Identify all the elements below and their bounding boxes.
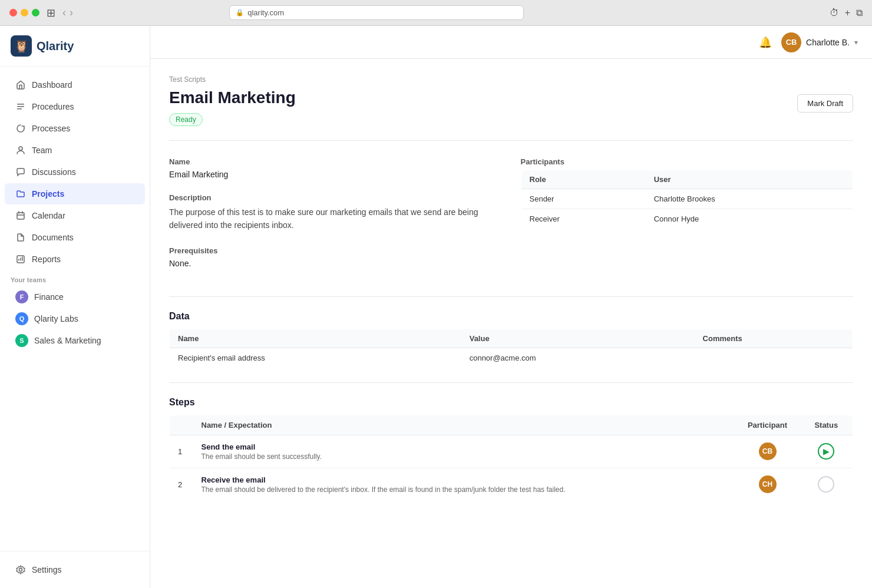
team-item-qlarity-labs[interactable]: Q Qlarity Labs: [5, 308, 145, 329]
svg-rect-1: [17, 106, 24, 107]
sidebar-nav: Dashboard Procedures Processes: [0, 67, 150, 551]
sidebar-item-projects[interactable]: Projects: [5, 183, 145, 204]
mark-draft-button[interactable]: Mark Draft: [797, 94, 853, 113]
your-teams-label: Your teams: [0, 270, 150, 286]
chevron-down-icon: ▾: [854, 38, 858, 47]
data-name-header: Name: [170, 329, 461, 348]
sidebar-item-team-label: Team: [32, 146, 52, 155]
team-item-finance[interactable]: F Finance: [5, 286, 145, 308]
address-bar[interactable]: 🔒 qlarity.com: [229, 5, 524, 20]
data-row-value: connor@acme.com: [461, 348, 695, 368]
step-2-expectation: The email should be delivered to the rec…: [202, 485, 727, 494]
data-row-name: Recipient's email address: [170, 348, 461, 368]
page-title: Email Marketing: [169, 88, 296, 107]
participants-section: Participants Role User Sender Charlotte …: [521, 157, 854, 282]
user-name: Charlotte B.: [806, 38, 850, 47]
back-arrow[interactable]: ‹: [62, 6, 66, 19]
prerequisites-label: Prerequisites: [169, 246, 502, 255]
table-row: 2 Receive the email The email should be …: [170, 468, 853, 501]
doc-icon: [15, 232, 26, 243]
steps-section: Steps Name / Expectation Participant Sta…: [169, 397, 853, 501]
table-row: Receiver Connor Hyde: [521, 209, 853, 229]
prerequisites-section: Prerequisites None.: [169, 246, 502, 268]
sidebar-item-procedures-label: Procedures: [32, 102, 74, 111]
table-row: Sender Charlotte Brookes: [521, 189, 853, 209]
sidebar-item-dashboard[interactable]: Dashboard: [5, 74, 145, 95]
sidebar-item-projects-label: Projects: [32, 189, 64, 199]
forward-arrow[interactable]: ›: [70, 6, 73, 19]
participants-table: Role User Sender Charlotte Brookes Recei…: [521, 170, 854, 229]
user-connor: Connor Hyde: [646, 209, 853, 229]
prerequisites-value: None.: [169, 259, 502, 268]
svg-rect-4: [17, 213, 24, 219]
sidebar-item-processes-label: Processes: [32, 124, 70, 133]
team-avatar-finance: F: [15, 290, 28, 303]
team-qlarity-labs-label: Qlarity Labs: [34, 314, 78, 323]
step-2-name: Receive the email: [202, 475, 727, 484]
data-comments-header: Comments: [695, 329, 853, 348]
status-badge: Ready: [169, 113, 203, 126]
step-1-status-icon[interactable]: ▶: [808, 443, 845, 460]
participants-role-header: Role: [521, 170, 646, 189]
data-table: Name Value Comments Recipient's email ad…: [169, 329, 853, 368]
content-grid: Name Email Marketing Description The pur…: [169, 157, 853, 282]
minimize-button[interactable]: [21, 9, 28, 16]
data-label: Data: [169, 311, 853, 322]
fullscreen-button[interactable]: [32, 9, 39, 16]
steps-participant-header: Participant: [735, 415, 800, 435]
url-text: qlarity.com: [247, 8, 284, 17]
step-2-status-icon[interactable]: [808, 476, 845, 493]
data-section: Data Name Value Comments Recipient's ema…: [169, 311, 853, 368]
table-row: Recipient's email address connor@acme.co…: [170, 348, 853, 368]
table-row: 1 Send the email The email should be sen…: [170, 435, 853, 468]
name-section: Name Email Marketing: [169, 157, 502, 179]
sidebar-item-procedures[interactable]: Procedures: [5, 96, 145, 117]
role-receiver: Receiver: [521, 209, 646, 229]
step-2-participant: CH: [735, 468, 800, 501]
name-value: Email Marketing: [169, 170, 502, 179]
sidebar-item-processes[interactable]: Processes: [5, 118, 145, 139]
step-1-participant: CB: [735, 435, 800, 468]
data-row-comments: [695, 348, 853, 368]
sidebar-item-documents[interactable]: Documents: [5, 227, 145, 248]
page-header-left: Test Scripts Email Marketing Ready: [169, 75, 296, 126]
left-column: Name Email Marketing Description The pur…: [169, 157, 502, 282]
empty-circle-icon[interactable]: [818, 476, 834, 493]
history-icon[interactable]: ⏱: [830, 8, 839, 18]
nav-arrows: ‹ ›: [62, 6, 73, 19]
sidebar-item-discussions[interactable]: Discussions: [5, 161, 145, 183]
sidebar-toggle-icon[interactable]: ⊞: [47, 6, 55, 19]
sidebar-item-calendar[interactable]: Calendar: [5, 205, 145, 226]
sidebar-item-settings[interactable]: Settings: [5, 559, 145, 580]
sidebar-item-team[interactable]: Team: [5, 140, 145, 161]
sidebar-item-reports-label: Reports: [32, 255, 61, 264]
description-label: Description: [169, 193, 502, 202]
team-item-sales-marketing[interactable]: S Sales & Marketing: [5, 330, 145, 351]
step-1-expectation: The email should be sent successfully.: [202, 452, 727, 461]
close-button[interactable]: [9, 9, 17, 16]
person-icon: [15, 145, 26, 156]
team-avatar-qlarity-labs: Q: [15, 312, 28, 325]
new-tab-icon[interactable]: +: [845, 8, 850, 18]
main-content: Test Scripts Email Marketing Ready Mark …: [150, 59, 872, 588]
page-header-row: Test Scripts Email Marketing Ready Mark …: [169, 75, 853, 126]
sidebar-item-documents-label: Documents: [32, 233, 74, 242]
tabs-icon[interactable]: ⧉: [856, 8, 863, 18]
steps-status-header: Status: [800, 415, 853, 435]
role-sender: Sender: [521, 189, 646, 209]
play-icon[interactable]: ▶: [818, 443, 834, 460]
traffic-lights: [9, 9, 39, 16]
svg-point-6: [19, 569, 22, 572]
app-layout: 🦉 Qlarity Dashboard Procedures: [0, 26, 872, 588]
notification-bell-icon[interactable]: 🔔: [759, 36, 772, 49]
sidebar: 🦉 Qlarity Dashboard Procedures: [0, 26, 150, 588]
settings-icon: [15, 564, 26, 575]
team-sales-marketing-label: Sales & Marketing: [34, 336, 101, 345]
step-2-details: Receive the email The email should be de…: [193, 468, 735, 501]
sidebar-item-reports[interactable]: Reports: [5, 249, 145, 270]
team-avatar-sales-marketing: S: [15, 334, 28, 347]
step-2-avatar: CH: [759, 475, 777, 493]
report-icon: [15, 254, 26, 265]
cycle-icon: [15, 123, 26, 134]
header-user[interactable]: CB Charlotte B. ▾: [781, 32, 858, 52]
